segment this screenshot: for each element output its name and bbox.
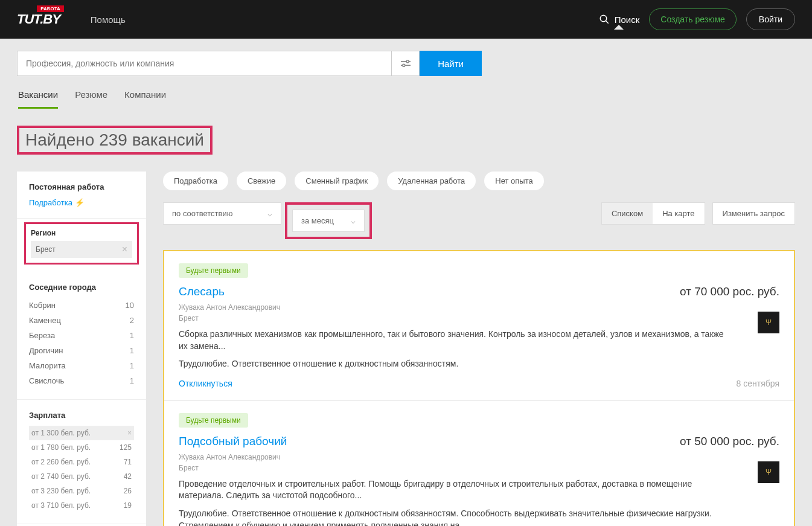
neighbor-city-item[interactable]: Дрогичин1 <box>29 343 134 358</box>
filter-chip[interactable]: Свежие <box>237 172 286 190</box>
neighbor-city-item[interactable]: Кобрин10 <box>29 298 134 313</box>
page-title: Найдено 239 вакансий <box>17 126 213 155</box>
salary-filter-item[interactable]: от 2 740 бел. руб.42 <box>29 469 134 484</box>
tabs: Вакансии Резюме Компании <box>17 89 795 109</box>
sort-dropdown[interactable]: по соответствию ⌵ <box>163 202 281 225</box>
logo-badge: РАБОТА <box>37 5 64 12</box>
chevron-down-icon: ⌵ <box>267 209 272 218</box>
login-button[interactable]: Войти <box>746 8 795 30</box>
first-badge: Будьте первыми <box>179 263 248 278</box>
vacancy-description: Сборка различных механизмов как промышле… <box>179 329 728 352</box>
tab-resumes[interactable]: Резюме <box>75 89 107 109</box>
modify-query-button[interactable]: Изменить запрос <box>712 202 795 225</box>
filter-chip[interactable]: Удаленная работа <box>387 172 476 190</box>
vacancy-date: 8 сентября <box>737 379 779 388</box>
salary-filter-item[interactable]: от 1 300 бел. руб.× <box>29 426 134 440</box>
first-badge: Будьте первыми <box>179 413 248 428</box>
region-filter: Регион Брест × <box>24 222 139 265</box>
region-remove-icon[interactable]: × <box>122 244 127 255</box>
neighbor-city-item[interactable]: Малорита1 <box>29 358 134 373</box>
svg-point-3 <box>406 60 409 63</box>
help-link[interactable]: Помощь <box>91 14 126 25</box>
sliders-icon <box>400 59 412 68</box>
vacancy-card: Будьте первымиПодсобный рабочийот 50 000… <box>164 401 794 526</box>
chevron-down-icon: ⌵ <box>351 216 356 225</box>
filter-chip[interactable]: Нет опыта <box>484 172 543 190</box>
view-toggle: Списком На карте <box>601 202 705 225</box>
active-indicator <box>614 25 624 30</box>
search-input[interactable] <box>17 51 392 76</box>
svg-point-5 <box>402 64 404 66</box>
permanent-work-label: Постоянная работа <box>29 182 134 191</box>
filter-chip[interactable]: Сменный график <box>295 172 379 190</box>
header-search-link[interactable]: Поиск <box>599 14 640 25</box>
company-logo[interactable]: Ψ <box>758 461 779 483</box>
vacancy-city: Брест <box>179 314 779 322</box>
view-list-button[interactable]: Списком <box>602 203 653 224</box>
salary-title: Зарплата <box>29 411 134 420</box>
neighbor-city-item[interactable]: Свислочь1 <box>29 373 134 388</box>
search-icon <box>599 14 610 25</box>
salary-filter-item[interactable]: от 3 230 бел. руб.26 <box>29 484 134 498</box>
vacancy-company: Жувака Антон Александрович <box>179 303 779 312</box>
neighbor-city-item[interactable]: Береза1 <box>29 328 134 343</box>
neighbor-city-item[interactable]: Каменец2 <box>29 313 134 328</box>
svg-point-0 <box>600 15 607 22</box>
salary-filter-item[interactable]: от 1 780 бел. руб.125 <box>29 440 134 455</box>
search-button[interactable]: Найти <box>420 51 482 76</box>
region-value: Брест <box>36 245 56 254</box>
search-section: Найти Вакансии Резюме Компании <box>0 39 812 109</box>
salary-remove-icon[interactable]: × <box>127 429 132 437</box>
apply-link[interactable]: Откликнуться <box>179 379 232 388</box>
vacancy-city: Брест <box>179 464 779 472</box>
sort-value: по соответствию <box>172 209 232 218</box>
svg-line-1 <box>606 21 609 24</box>
vacancy-company: Жувака Антон Александрович <box>179 453 779 461</box>
region-label: Регион <box>31 229 132 237</box>
vacancy-card: Будьте первымиСлесарьот 70 000 рос. руб.… <box>164 251 794 401</box>
company-logo[interactable]: Ψ <box>758 312 779 333</box>
salary-filter-item[interactable]: от 3 710 бел. руб.19 <box>29 498 134 513</box>
period-dropdown[interactable]: за месяц ⌵ <box>292 210 365 232</box>
tab-companies[interactable]: Компании <box>124 89 166 109</box>
logo-text: TUT.BY <box>17 11 60 27</box>
tab-vacancies[interactable]: Вакансии <box>18 89 58 109</box>
neighbors-title: Соседние города <box>29 283 134 292</box>
advanced-filter-button[interactable] <box>392 51 420 76</box>
region-chip: Брест × <box>31 241 132 258</box>
top-header: РАБОТА TUT.BY Помощь Поиск Создать резюм… <box>0 0 812 39</box>
vacancy-requirements: Трудолюбие. Ответственное отношение к до… <box>179 358 728 370</box>
vacancy-salary: от 50 000 рос. руб. <box>680 435 779 448</box>
logo[interactable]: РАБОТА TUT.BY <box>17 11 60 27</box>
sidebar: Постоянная работа Подработка ⚡ Регион Бр… <box>17 172 146 526</box>
vacancy-title-link[interactable]: Подсобный рабочий <box>179 435 287 448</box>
content: ПодработкаСвежиеСменный графикУдаленная … <box>163 172 795 526</box>
salary-filter-item[interactable]: от 2 260 бел. руб.71 <box>29 455 134 469</box>
period-value: за месяц <box>301 216 334 225</box>
vacancy-description: Проведение отделочных и строительных раб… <box>179 478 728 502</box>
vacancy-title-link[interactable]: Слесарь <box>179 285 225 298</box>
view-map-button[interactable]: На карте <box>653 203 704 224</box>
header-search-label: Поиск <box>615 14 640 25</box>
filter-chip[interactable]: Подработка <box>163 172 228 190</box>
vacancy-requirements: Трудолюбие. Ответственное отношение к до… <box>179 508 728 526</box>
vacancy-salary: от 70 000 рос. руб. <box>680 285 779 298</box>
create-resume-button[interactable]: Создать резюме <box>649 8 737 30</box>
parttime-link[interactable]: Подработка ⚡ <box>29 198 85 207</box>
lightning-icon: ⚡ <box>75 198 85 207</box>
